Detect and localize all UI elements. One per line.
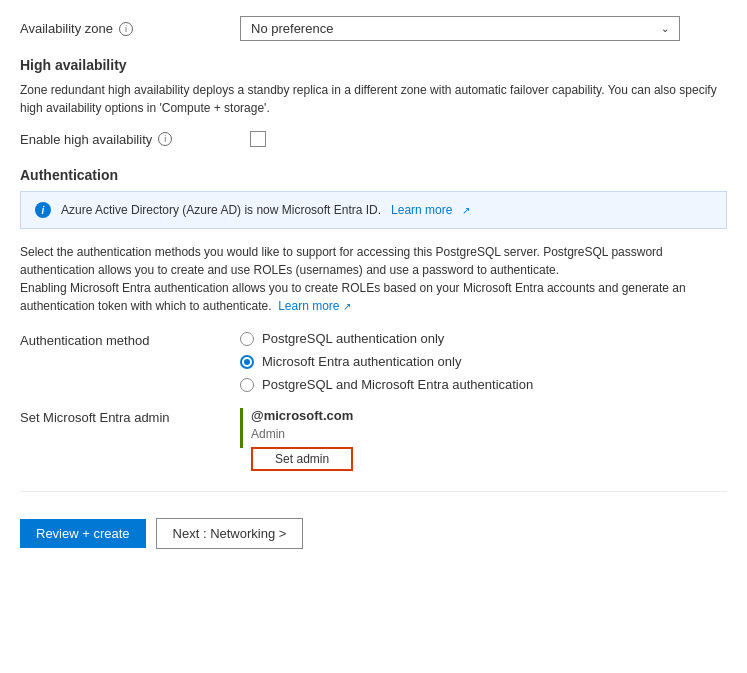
radio-entra-only[interactable]: Microsoft Entra authentication only [240, 354, 533, 369]
footer-buttons: Review + create Next : Networking > [20, 508, 727, 549]
entra-admin-label: Set Microsoft Entra admin [20, 408, 240, 425]
radio-both[interactable]: PostgreSQL and Microsoft Entra authentic… [240, 377, 533, 392]
availability-zone-value: No preference [251, 21, 333, 36]
radio-entra-only-circle [240, 355, 254, 369]
high-availability-description: Zone redundant high availability deploys… [20, 81, 727, 117]
auth-description: Select the authentication methods you wo… [20, 243, 727, 315]
radio-postgresql-only-circle [240, 332, 254, 346]
availability-zone-label-col: Availability zone i [20, 21, 240, 36]
banner-text: Azure Active Directory (Azure AD) is now… [61, 203, 381, 217]
review-create-button[interactable]: Review + create [20, 519, 146, 548]
availability-zone-label: Availability zone [20, 21, 113, 36]
radio-postgresql-only[interactable]: PostgreSQL authentication only [240, 331, 533, 346]
auth-desc-line2: Enabling Microsoft Entra authentication … [20, 281, 686, 313]
radio-entra-only-label: Microsoft Entra authentication only [262, 354, 461, 369]
external-link-icon: ↗ [462, 205, 470, 216]
authentication-section: Authentication i Azure Active Directory … [20, 167, 727, 471]
entra-admin-row: Set Microsoft Entra admin @microsoft.com… [20, 408, 727, 471]
radio-postgresql-only-label: PostgreSQL authentication only [262, 331, 444, 346]
radio-both-label: PostgreSQL and Microsoft Entra authentic… [262, 377, 533, 392]
auth-external-link-icon: ↗ [343, 301, 351, 312]
page-container: Availability zone i No preference ⌄ High… [0, 0, 747, 569]
authentication-heading: Authentication [20, 167, 727, 183]
auth-method-row: Authentication method PostgreSQL authent… [20, 331, 727, 392]
footer-divider [20, 491, 727, 492]
availability-zone-info-icon[interactable]: i [119, 22, 133, 36]
auth-method-label: Authentication method [20, 331, 240, 348]
high-availability-heading: High availability [20, 57, 727, 73]
entra-admin-content: @microsoft.com Admin Set admin [251, 408, 353, 471]
auth-method-options: PostgreSQL authentication only Microsoft… [240, 331, 533, 392]
enable-ha-row: Enable high availability i [20, 131, 727, 147]
entra-admin-left-bar [240, 408, 243, 448]
enable-ha-info-icon[interactable]: i [158, 132, 172, 146]
banner-learn-more-link[interactable]: Learn more [391, 203, 452, 217]
auth-learn-more-link[interactable]: Learn more [278, 299, 339, 313]
enable-ha-checkbox[interactable] [250, 131, 266, 147]
auth-desc-line1: Select the authentication methods you wo… [20, 245, 663, 277]
high-availability-section: High availability Zone redundant high av… [20, 57, 727, 147]
entra-info-banner: i Azure Active Directory (Azure AD) is n… [20, 191, 727, 229]
enable-ha-label-col: Enable high availability i [20, 132, 240, 147]
radio-both-circle [240, 378, 254, 392]
info-icon: i [35, 202, 51, 218]
entra-admin-inner: @microsoft.com Admin Set admin [240, 408, 353, 471]
enable-ha-label: Enable high availability [20, 132, 152, 147]
set-admin-button[interactable]: Set admin [251, 447, 353, 471]
availability-zone-dropdown[interactable]: No preference ⌄ [240, 16, 680, 41]
entra-admin-email: @microsoft.com [251, 408, 353, 423]
availability-zone-row: Availability zone i No preference ⌄ [20, 16, 727, 41]
next-networking-button[interactable]: Next : Networking > [156, 518, 304, 549]
entra-admin-sublabel: Admin [251, 427, 353, 441]
chevron-down-icon: ⌄ [661, 23, 669, 34]
